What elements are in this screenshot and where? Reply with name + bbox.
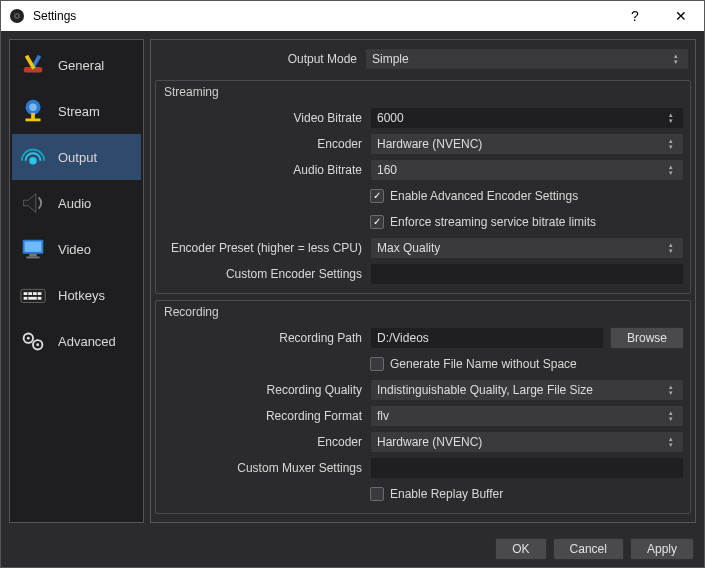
recording-path-input[interactable]: D:/Videos — [370, 327, 604, 349]
sidebar-item-label: Advanced — [58, 334, 116, 349]
svg-point-2 — [16, 15, 18, 17]
encoder-preset-select[interactable]: Max Quality▴▾ — [370, 237, 684, 259]
svg-point-7 — [29, 104, 37, 112]
recording-encoder-select[interactable]: Hardware (NVENC)▴▾ — [370, 431, 684, 453]
video-bitrate-label: Video Bitrate — [162, 111, 362, 125]
sidebar-item-stream[interactable]: Stream — [12, 88, 141, 134]
recording-quality-select[interactable]: Indistinguishable Quality, Large File Si… — [370, 379, 684, 401]
sidebar-item-output[interactable]: Output — [12, 134, 141, 180]
output-icon — [18, 143, 48, 171]
svg-rect-20 — [24, 297, 28, 300]
gen-no-space-checkbox[interactable]: Generate File Name without Space — [370, 357, 577, 371]
settings-window: Settings ? ✕ General Stream Output Audio — [0, 0, 705, 568]
svg-rect-22 — [38, 297, 42, 300]
enable-replay-buffer-checkbox[interactable]: Enable Replay Buffer — [370, 487, 503, 501]
output-mode-row: Output Mode Simple ▴▾ — [151, 46, 695, 72]
audio-bitrate-label: Audio Bitrate — [162, 163, 362, 177]
svg-rect-12 — [25, 242, 42, 252]
sidebar-item-advanced[interactable]: Advanced — [12, 318, 141, 364]
hotkeys-icon — [18, 281, 48, 309]
sidebar-item-audio[interactable]: Audio — [12, 180, 141, 226]
recording-encoder-label: Encoder — [162, 435, 362, 449]
chevron-updown-icon: ▴▾ — [665, 410, 677, 422]
custom-muxer-input[interactable] — [370, 457, 684, 479]
svg-rect-21 — [28, 297, 36, 300]
sidebar-item-label: Stream — [58, 104, 100, 119]
svg-rect-16 — [24, 292, 28, 295]
streaming-group: Streaming Video Bitrate 6000▴▾ Encoder H… — [155, 80, 691, 294]
streaming-encoder-select[interactable]: Hardware (NVENC)▴▾ — [370, 133, 684, 155]
general-icon — [18, 51, 48, 79]
output-mode-select[interactable]: Simple ▴▾ — [365, 48, 689, 70]
checkbox-icon — [370, 487, 384, 501]
stream-icon — [18, 97, 48, 125]
svg-rect-9 — [26, 119, 41, 122]
sidebar-item-label: Output — [58, 150, 97, 165]
enforce-limits-checkbox[interactable]: Enforce streaming service bitrate limits — [370, 215, 596, 229]
spinner-arrows-icon: ▴▾ — [665, 112, 677, 124]
sidebar-item-hotkeys[interactable]: Hotkeys — [12, 272, 141, 318]
svg-rect-15 — [21, 289, 45, 302]
sidebar-item-video[interactable]: Video — [12, 226, 141, 272]
video-bitrate-input[interactable]: 6000▴▾ — [370, 107, 684, 129]
sidebar-item-label: Video — [58, 242, 91, 257]
encoder-preset-label: Encoder Preset (higher = less CPU) — [162, 241, 362, 255]
recording-path-label: Recording Path — [162, 331, 362, 345]
footer: OK Cancel Apply — [1, 531, 704, 567]
main-area: Output Mode Simple ▴▾ Streaming Video Bi… — [150, 39, 696, 523]
app-icon — [9, 8, 25, 24]
svg-point-25 — [27, 337, 30, 340]
close-button[interactable]: ✕ — [658, 1, 704, 31]
audio-icon — [18, 189, 48, 217]
recording-quality-label: Recording Quality — [162, 383, 362, 397]
apply-button[interactable]: Apply — [630, 538, 694, 560]
chevron-updown-icon: ▴▾ — [665, 138, 677, 150]
svg-point-26 — [36, 343, 39, 346]
chevron-updown-icon: ▴▾ — [665, 164, 677, 176]
svg-rect-17 — [28, 292, 32, 295]
recording-group: Recording Recording Path D:/Videos Brows… — [155, 300, 691, 514]
titlebar: Settings ? ✕ — [1, 1, 704, 31]
sidebar-item-label: Hotkeys — [58, 288, 105, 303]
enable-advanced-encoder-checkbox[interactable]: Enable Advanced Encoder Settings — [370, 189, 578, 203]
output-mode-label: Output Mode — [157, 52, 357, 66]
chevron-updown-icon: ▴▾ — [665, 384, 677, 396]
cancel-button[interactable]: Cancel — [553, 538, 624, 560]
sidebar-item-label: General — [58, 58, 104, 73]
svg-point-10 — [29, 157, 37, 165]
custom-encoder-input[interactable] — [370, 263, 684, 285]
sidebar-item-general[interactable]: General — [12, 42, 141, 88]
video-icon — [18, 235, 48, 263]
sidebar: General Stream Output Audio Video Hotkey… — [9, 39, 144, 523]
ok-button[interactable]: OK — [495, 538, 546, 560]
audio-bitrate-select[interactable]: 160▴▾ — [370, 159, 684, 181]
custom-encoder-label: Custom Encoder Settings — [162, 267, 362, 281]
sidebar-item-label: Audio — [58, 196, 91, 211]
advanced-icon — [18, 327, 48, 355]
checkbox-icon — [370, 357, 384, 371]
streaming-encoder-label: Encoder — [162, 137, 362, 151]
svg-rect-19 — [38, 292, 42, 295]
window-title: Settings — [33, 9, 612, 23]
recording-format-label: Recording Format — [162, 409, 362, 423]
checkbox-icon — [370, 215, 384, 229]
content: General Stream Output Audio Video Hotkey… — [1, 31, 704, 531]
help-button[interactable]: ? — [612, 1, 658, 31]
svg-rect-14 — [26, 257, 39, 259]
recording-format-select[interactable]: flv▴▾ — [370, 405, 684, 427]
custom-muxer-label: Custom Muxer Settings — [162, 461, 362, 475]
svg-rect-18 — [33, 292, 37, 295]
svg-rect-13 — [29, 254, 37, 257]
chevron-updown-icon: ▴▾ — [665, 242, 677, 254]
checkbox-icon — [370, 189, 384, 203]
streaming-header: Streaming — [156, 81, 690, 101]
browse-button[interactable]: Browse — [610, 327, 684, 349]
chevron-updown-icon: ▴▾ — [665, 436, 677, 448]
chevron-updown-icon: ▴▾ — [670, 53, 682, 65]
recording-header: Recording — [156, 301, 690, 321]
output-mode-value: Simple — [372, 52, 409, 66]
